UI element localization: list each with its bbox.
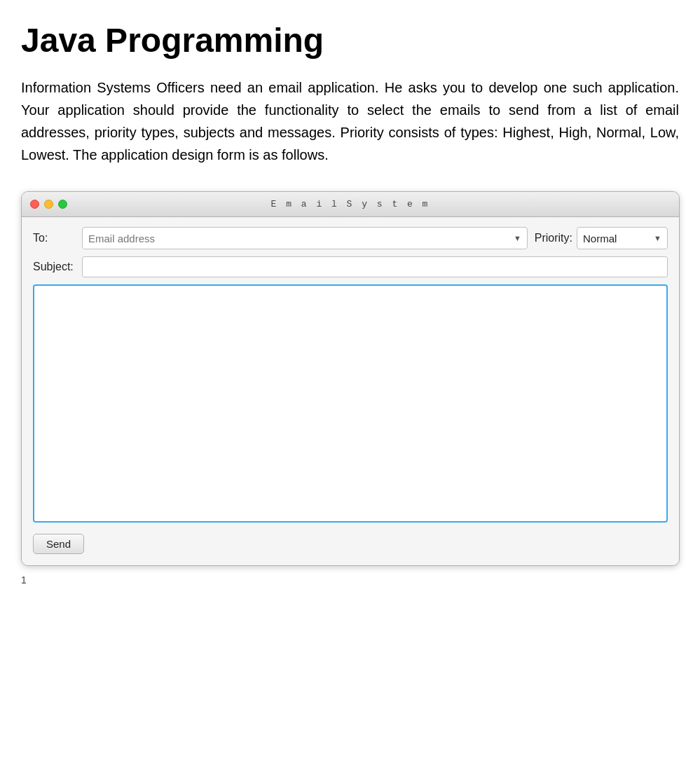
window-buttons [30,200,67,209]
to-input-wrapper[interactable]: ▼ [82,227,528,249]
to-label: To: [33,232,75,244]
priority-select-wrapper[interactable]: Normal ▼ [577,227,668,249]
subject-input[interactable] [82,256,668,277]
subject-row: Subject: [33,256,668,277]
maximize-button[interactable] [58,200,67,209]
to-input[interactable] [88,233,511,244]
close-button[interactable] [30,200,39,209]
window-content: To: ▼ Priority: Normal ▼ Subject: Send [22,217,679,565]
message-textarea[interactable] [33,284,668,523]
email-window: E m a i l S y s t e m To: ▼ Priority: No… [21,191,680,566]
window-titlebar: E m a i l S y s t e m [22,192,679,217]
priority-section: Priority: Normal ▼ [535,227,668,249]
subject-label: Subject: [33,261,75,273]
minimize-button[interactable] [44,200,53,209]
priority-dropdown-arrow-icon[interactable]: ▼ [654,234,661,242]
priority-label: Priority: [535,232,572,244]
to-dropdown-arrow-icon[interactable]: ▼ [514,234,521,242]
window-title: E m a i l S y s t e m [271,199,430,209]
description-text: Information Systems Officers need an ema… [21,76,679,166]
priority-value: Normal [583,233,651,244]
page-number: 1 [21,574,679,586]
page-title: Java Programming [21,21,679,60]
to-row: To: ▼ Priority: Normal ▼ [33,227,668,249]
send-button[interactable]: Send [33,534,84,554]
